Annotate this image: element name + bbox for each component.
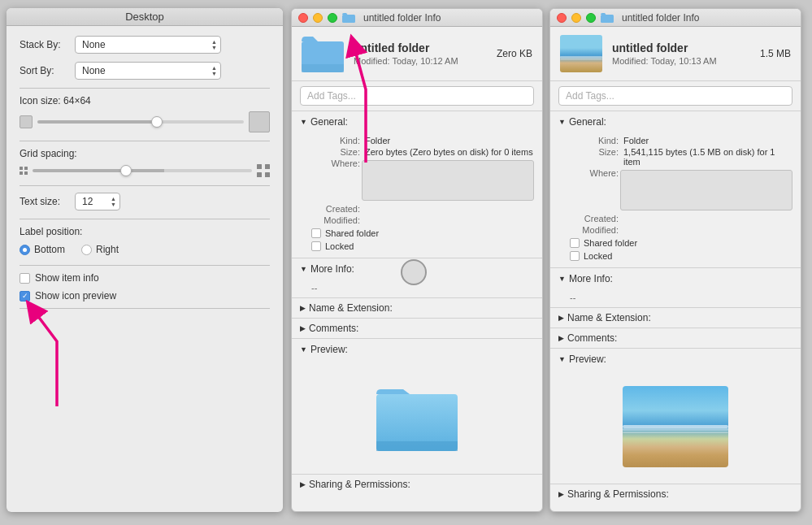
more-info-label-2: More Info:: [569, 273, 613, 284]
svg-rect-5: [601, 15, 614, 23]
shared-folder-checkbox-1[interactable]: [311, 228, 321, 238]
info-window-1-name-ext[interactable]: ▶ Name & Extension:: [292, 297, 542, 318]
size-value-2: 1,541,115 bytes (1.5 MB on disk) for 1 i…: [623, 147, 792, 167]
info-window-2-tags[interactable]: Add Tags...: [558, 86, 792, 106]
locked-label-1: Locked: [325, 241, 354, 251]
locked-checkbox-2[interactable]: [570, 251, 580, 261]
svg-rect-4: [376, 441, 458, 451]
modified-label-2: Modified:: [570, 225, 619, 235]
text-size-select[interactable]: 12 ▲ ▼: [75, 193, 120, 210]
radio-right[interactable]: Right: [81, 244, 119, 255]
folder-preview-svg-1: [372, 378, 462, 456]
folder-icon-large-2: [560, 35, 602, 72]
more-info-label-1: More Info:: [310, 263, 354, 275]
traffic-light-red-1[interactable]: [298, 13, 308, 23]
info-window-2-name-ext[interactable]: ▶ Name & Extension:: [550, 307, 801, 328]
comments-tri-1: ▶: [300, 324, 306, 332]
size-value-1: Zero bytes (Zero bytes on disk) for 0 it…: [365, 147, 534, 157]
info-window-2-more-info-content: --: [550, 289, 801, 307]
show-item-info-row: Show item info: [20, 272, 270, 284]
radio-right-circle[interactable]: [81, 245, 92, 255]
name-ext-tri-1: ▶: [300, 304, 306, 312]
info-window-1-preview-header[interactable]: ▼ Preview:: [292, 339, 542, 360]
where-row-1: Where:: [311, 158, 534, 201]
traffic-light-green-1[interactable]: [328, 13, 337, 23]
info-window-1-general-section: ▼ General: Kind: Folder Size: Zero bytes…: [292, 111, 542, 258]
kind-value-1: Folder: [365, 136, 534, 145]
preview-triangle-2: ▼: [558, 355, 566, 363]
where-box-2: [620, 170, 792, 210]
icon-size-large-icon: [249, 111, 270, 132]
info-window-2-name-block: untitled folder Modified: Today, 10:13 A…: [612, 41, 717, 66]
preview-triangle-1: ▼: [300, 345, 307, 354]
info-window-2-comments[interactable]: ▶ Comments:: [550, 328, 801, 348]
info-window-2-folder-name: untitled folder: [612, 41, 717, 54]
show-item-info-label: Show item info: [35, 272, 99, 284]
name-ext-tri-2: ▶: [558, 314, 564, 322]
info-window-2-preview-header[interactable]: ▼ Preview:: [550, 349, 801, 370]
info-window-1-comments[interactable]: ▶ Comments:: [292, 318, 542, 338]
info-window-2-more-info-header[interactable]: ▼ More Info:: [550, 268, 801, 289]
grid-spacing-slider[interactable]: [33, 169, 252, 172]
locked-row-1: Locked: [311, 241, 534, 251]
info-window-1-sharing[interactable]: ▶ Sharing & Permissions:: [292, 474, 542, 494]
label-position-label: Label position:: [20, 226, 270, 237]
traffic-light-yellow-1[interactable]: [313, 13, 323, 23]
info-window-1-tags[interactable]: Add Tags...: [300, 86, 534, 106]
grid-spacing-label: Grid spacing:: [20, 148, 270, 159]
shared-folder-checkbox-2[interactable]: [570, 238, 580, 248]
text-size-label: Text size:: [20, 196, 75, 207]
sort-by-label: Sort By:: [20, 65, 75, 76]
where-label-2: Where:: [570, 168, 619, 210]
info-window-1-header: untitled folder Modified: Today, 10:12 A…: [292, 27, 542, 81]
desktop-panel-titlebar: Desktop: [7, 8, 283, 26]
size-label-1: Size:: [311, 147, 360, 157]
traffic-light-yellow-2[interactable]: [571, 13, 581, 23]
icon-size-slider[interactable]: [37, 120, 244, 124]
locked-checkbox-1[interactable]: [311, 241, 321, 251]
beach-preview-image: [623, 386, 728, 467]
stack-by-arrows: ▲ ▼: [211, 39, 217, 50]
divider-1: [20, 88, 270, 89]
titlebar-folder-icon-1: [342, 12, 355, 23]
show-icon-preview-checkbox[interactable]: [20, 291, 30, 302]
info-window-2-sharing[interactable]: ▶ Sharing & Permissions:: [550, 484, 801, 504]
size-row-1: Size: Zero bytes (Zero bytes on disk) fo…: [311, 147, 534, 157]
created-row-1: Created:: [311, 204, 534, 214]
icon-size-label-row: Icon size: 64×64: [20, 95, 270, 106]
info-window-1-name-block: untitled folder Modified: Today, 10:12 A…: [354, 41, 458, 66]
icon-size-slider-row: [20, 111, 270, 132]
divider-2: [20, 141, 270, 141]
icon-size-thumb[interactable]: [151, 116, 163, 128]
where-label-1: Where:: [311, 158, 360, 201]
radio-bottom[interactable]: Bottom: [20, 244, 65, 255]
locked-toggle-circle-1: [401, 259, 427, 285]
info-window-2-general-section: ▼ General: Kind: Folder Size: 1,541,115 …: [550, 111, 801, 267]
titlebar-folder-icon-2: [601, 12, 614, 23]
modified-value-2: [623, 225, 792, 235]
info-window-1-general-header[interactable]: ▼ General:: [292, 111, 542, 132]
desktop-panel-title: Desktop: [125, 11, 164, 23]
grid-spacing-thumb[interactable]: [120, 165, 132, 176]
desktop-panel: Desktop Stack By: None ▲ ▼ Sort By: None…: [7, 8, 283, 512]
modified-row-1: Modified:: [311, 215, 534, 225]
info-window-1-tags-placeholder: Add Tags...: [307, 90, 356, 102]
info-window-2-general-header[interactable]: ▼ General:: [550, 111, 801, 132]
sort-by-select[interactable]: None ▲ ▼: [75, 62, 221, 80]
created-value-2: [623, 214, 792, 223]
preview-label-1: Preview:: [310, 344, 348, 355]
label-position-radio-row: Bottom Right: [20, 244, 270, 255]
traffic-light-red-2[interactable]: [557, 13, 567, 23]
created-row-2: Created:: [570, 214, 792, 223]
radio-bottom-circle[interactable]: [20, 245, 30, 255]
radio-bottom-label: Bottom: [34, 244, 65, 255]
sharing-tri-1: ▶: [300, 480, 306, 488]
traffic-light-green-2[interactable]: [586, 13, 596, 23]
shared-folder-label-2: Shared folder: [584, 238, 637, 248]
info-window-1-general-content: Kind: Folder Size: Zero bytes (Zero byte…: [292, 132, 542, 258]
info-window-2-header: untitled folder Modified: Today, 10:13 A…: [550, 27, 801, 81]
stack-by-select[interactable]: None ▲ ▼: [75, 36, 221, 54]
show-item-info-checkbox[interactable]: [20, 273, 30, 284]
size-row-2: Size: 1,541,115 bytes (1.5 MB on disk) f…: [570, 147, 792, 167]
more-info-value-2: --: [570, 293, 575, 302]
